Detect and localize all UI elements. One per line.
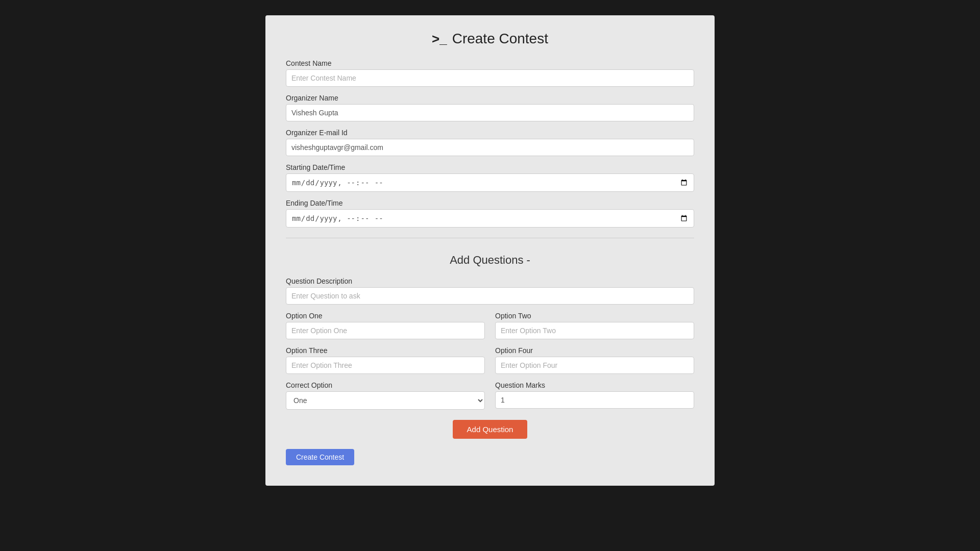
page-title: >_ Create Contest — [286, 31, 694, 47]
create-contest-button[interactable]: Create Contest — [286, 449, 354, 465]
option-three-label: Option Three — [286, 346, 485, 355]
starting-datetime-input[interactable] — [286, 173, 694, 192]
question-description-group: Question Description — [286, 277, 694, 305]
question-description-label: Question Description — [286, 277, 694, 285]
add-question-button[interactable]: Add Question — [453, 420, 528, 439]
organizer-email-label: Organizer E-mail Id — [286, 129, 694, 137]
option-one-label: Option One — [286, 312, 485, 320]
organizer-name-label: Organizer Name — [286, 94, 694, 102]
option-four-input[interactable] — [495, 357, 694, 374]
option-three-group: Option Three — [286, 346, 485, 374]
starting-datetime-group: Starting Date/Time — [286, 163, 694, 192]
ending-datetime-group: Ending Date/Time — [286, 199, 694, 228]
question-marks-group: Question Marks — [495, 381, 694, 410]
contest-name-label: Contest Name — [286, 59, 694, 67]
option-two-group: Option Two — [495, 312, 694, 339]
questions-section: Add Questions - Question Description Opt… — [286, 248, 694, 439]
organizer-email-group: Organizer E-mail Id — [286, 129, 694, 156]
ending-datetime-input[interactable] — [286, 209, 694, 228]
form-footer: Create Contest — [286, 439, 694, 465]
options-row-2: Option Three Option Four — [286, 346, 694, 374]
contest-form-section: Contest Name Organizer Name Organizer E-… — [286, 59, 694, 228]
options-row-1: Option One Option Two — [286, 312, 694, 339]
correct-option-group: Correct Option One Two Three Four — [286, 381, 485, 410]
correct-option-label: Correct Option — [286, 381, 485, 389]
question-marks-label: Question Marks — [495, 381, 694, 389]
correct-option-marks-row: Correct Option One Two Three Four Questi… — [286, 381, 694, 410]
organizer-email-input[interactable] — [286, 139, 694, 156]
contest-name-input[interactable] — [286, 69, 694, 87]
main-container: >_ Create Contest Contest Name Organizer… — [265, 15, 715, 486]
option-four-group: Option Four — [495, 346, 694, 374]
option-one-group: Option One — [286, 312, 485, 339]
option-two-input[interactable] — [495, 322, 694, 339]
question-description-input[interactable] — [286, 287, 694, 305]
organizer-name-input[interactable] — [286, 104, 694, 121]
starting-datetime-label: Starting Date/Time — [286, 163, 694, 171]
correct-option-select[interactable]: One Two Three Four — [286, 391, 485, 410]
questions-section-title: Add Questions - — [286, 254, 694, 267]
terminal-icon: >_ — [432, 31, 447, 47]
question-marks-input[interactable] — [495, 391, 694, 409]
contest-name-group: Contest Name — [286, 59, 694, 87]
option-three-input[interactable] — [286, 357, 485, 374]
option-four-label: Option Four — [495, 346, 694, 355]
ending-datetime-label: Ending Date/Time — [286, 199, 694, 207]
organizer-name-group: Organizer Name — [286, 94, 694, 121]
section-divider — [286, 238, 694, 238]
option-one-input[interactable] — [286, 322, 485, 339]
option-two-label: Option Two — [495, 312, 694, 320]
